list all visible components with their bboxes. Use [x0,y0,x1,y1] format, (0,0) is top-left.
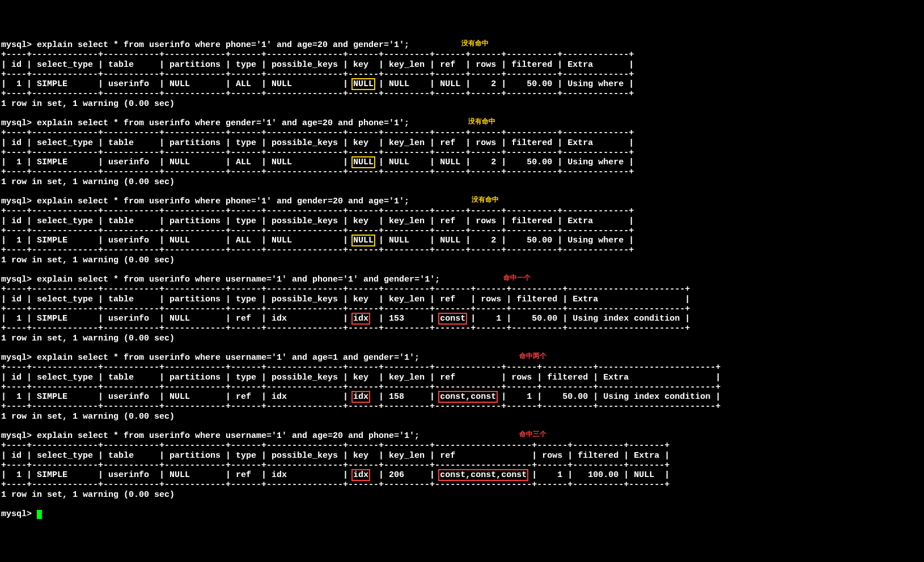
sql-query: explain select * from userinfo where gen… [37,118,409,128]
sql-query-line: mysql> explain select * from userinfo wh… [1,118,924,128]
sql-query-line: mysql> explain select * from userinfo wh… [1,40,924,50]
sql-query: explain select * from userinfo where use… [37,353,419,363]
mysql-prompt: mysql> [1,118,37,128]
table-border: +----+-------------+-----------+--------… [1,70,924,79]
blank-line [1,500,924,509]
mysql-terminal: mysql> explain select * from userinfo wh… [0,39,924,519]
table-border: +----+-------------+-----------+--------… [1,206,924,216]
table-row: | 1 | SIMPLE | userinfo | NULL | ALL | N… [1,79,924,89]
blank-line [1,343,924,353]
highlight-box [438,469,528,481]
table-border: +----+-------------+-----------+--------… [1,304,924,314]
highlight-box [438,391,498,403]
sql-query-line: mysql> explain select * from userinfo wh… [1,431,924,441]
blank-line [1,422,924,431]
table-header: | id | select_type | table | partitions … [1,216,924,226]
table-border: +----+-------------+-----------+--------… [1,89,924,99]
mysql-prompt: mysql> [1,431,37,441]
sql-query-line: mysql> explain select * from userinfo wh… [1,275,924,284]
sql-query-line: mysql> explain select * from userinfo wh… [1,197,924,206]
table-row: | 1 | SIMPLE | userinfo | NULL | ref | i… [1,314,924,323]
table-row: | 1 | SIMPLE | userinfo | NULL | ALL | N… [1,157,924,167]
table-header: | id | select_type | table | partitions … [1,373,924,382]
highlight-box [351,313,370,325]
highlight-box [351,78,375,90]
highlight-box [351,235,375,246]
annotation-label: 没有命中 [468,118,495,126]
table-border: +----+-------------+-----------+--------… [1,402,924,411]
mysql-prompt-line[interactable]: mysql> [1,509,924,519]
table-border: +----+-------------+-----------+--------… [1,382,924,392]
highlight-box [351,156,375,168]
highlight-box [351,469,370,481]
sql-query: explain select * from userinfo where pho… [37,40,409,50]
highlight-box [438,313,467,325]
mysql-prompt: mysql> [1,197,37,206]
table-border: +----+-------------+-----------+--------… [1,128,924,138]
annotation-label: 没有命中 [472,197,499,205]
table-border: +----+-------------+-----------+--------… [1,226,924,236]
result-summary: 1 row in set, 1 warning (0.00 sec) [1,99,924,109]
table-row: | 1 | SIMPLE | userinfo | NULL | ref | i… [1,470,924,480]
cursor [37,510,42,519]
result-summary: 1 row in set, 1 warning (0.00 sec) [1,177,924,187]
table-header: | id | select_type | table | partitions … [1,138,924,148]
table-header: | id | select_type | table | partitions … [1,295,924,304]
table-row: | 1 | SIMPLE | userinfo | NULL | ALL | N… [1,236,924,245]
table-border: +----+-------------+-----------+--------… [1,284,924,294]
table-header: | id | select_type | table | partitions … [1,451,924,461]
highlight-box [351,391,370,403]
blank-line [1,187,924,197]
annotation-label: 命中两个 [519,353,546,361]
table-border: +----+-------------+-----------+--------… [1,363,924,372]
table-row: | 1 | SIMPLE | userinfo | NULL | ref | i… [1,392,924,402]
result-summary: 1 row in set, 1 warning (0.00 sec) [1,490,924,500]
table-border: +----+-------------+-----------+--------… [1,245,924,255]
annotation-label: 没有命中 [461,40,489,48]
result-summary: 1 row in set, 1 warning (0.00 sec) [1,412,924,422]
sql-query: explain select * from userinfo where pho… [37,197,409,206]
annotation-label: 命中一个 [503,275,531,283]
sql-query: explain select * from userinfo where use… [37,275,440,284]
table-border: +----+-------------+-----------+--------… [1,167,924,177]
blank-line [1,265,924,275]
mysql-prompt: mysql> [1,509,37,519]
result-summary: 1 row in set, 1 warning (0.00 sec) [1,334,924,343]
mysql-prompt: mysql> [1,275,37,284]
result-summary: 1 row in set, 1 warning (0.00 sec) [1,256,924,265]
annotation-label: 命中三个 [519,431,546,439]
mysql-prompt: mysql> [1,40,37,50]
table-border: +----+-------------+-----------+--------… [1,480,924,489]
mysql-prompt: mysql> [1,353,37,363]
table-border: +----+-------------+-----------+--------… [1,148,924,157]
table-border: +----+-------------+-----------+--------… [1,441,924,450]
table-border: +----+-------------+-----------+--------… [1,50,924,59]
blank-line [1,109,924,118]
table-header: | id | select_type | table | partitions … [1,60,924,70]
table-border: +----+-------------+-----------+--------… [1,323,924,333]
sql-query: explain select * from userinfo where use… [37,431,419,441]
sql-query-line: mysql> explain select * from userinfo wh… [1,353,924,363]
table-border: +----+-------------+-----------+--------… [1,461,924,470]
